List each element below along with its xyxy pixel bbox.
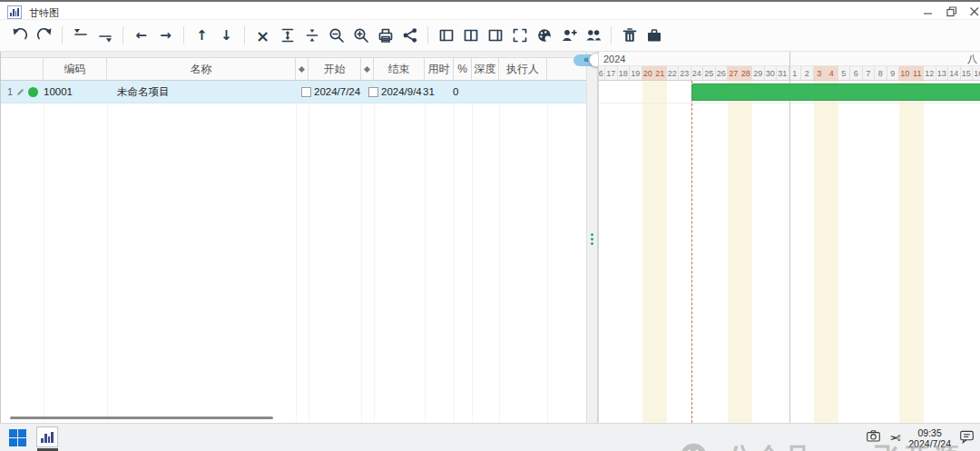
month-separator-header (789, 52, 790, 81)
print-button[interactable] (373, 24, 397, 47)
header-start-marker[interactable] (296, 58, 309, 80)
watermark-text: 公众号 · 一飞开源 (727, 440, 962, 451)
insert-after-button[interactable] (93, 24, 117, 47)
day-cell: 1 (789, 66, 802, 80)
delete-button[interactable]: × (250, 24, 275, 47)
day-cell: 25 (703, 66, 716, 80)
day-cell: 20 (642, 66, 655, 80)
day-cell: 22 (667, 66, 680, 80)
month-label: 八 (967, 53, 977, 66)
briefcase-icon (645, 26, 663, 44)
share-button[interactable] (397, 24, 422, 47)
header-depth[interactable]: 深度 (472, 58, 499, 80)
cell-executor[interactable] (494, 81, 542, 103)
minimize-button[interactable] (918, 5, 938, 19)
cell-depth[interactable] (466, 81, 494, 103)
end-checkbox[interactable] (368, 87, 378, 97)
wechat-icon (680, 441, 718, 451)
palette-icon (535, 26, 554, 44)
header-end-marker[interactable] (361, 58, 374, 80)
zoom-out-button[interactable] (324, 24, 348, 47)
day-cell: 30 (765, 66, 778, 80)
day-cell: 3 (814, 66, 827, 80)
move-up-button[interactable]: ↑ (190, 24, 214, 47)
insert-before-icon (72, 26, 90, 44)
horizontal-scrollbar-thumb[interactable] (10, 417, 273, 419)
theme-button[interactable] (532, 24, 556, 47)
status-dot-icon (28, 87, 38, 97)
toolbox-button[interactable] (642, 24, 666, 47)
collapse-all-button[interactable] (299, 24, 324, 47)
day-cell: 8 (875, 66, 887, 80)
redo-icon (35, 26, 54, 44)
undo-button[interactable] (7, 24, 32, 47)
month-separator-line (789, 81, 790, 423)
day-cell: 12 (924, 66, 936, 80)
gantt-bar[interactable] (691, 83, 980, 101)
restore-button[interactable] (942, 5, 962, 19)
gantt-chart: 2024 八 161718192021222324252627282930311… (598, 52, 980, 423)
collapse-rows-icon (303, 26, 321, 44)
edit-pencil-icon[interactable] (16, 88, 24, 96)
zoom-in-button[interactable] (348, 24, 373, 47)
cell-start[interactable]: 2024/7/24 (301, 81, 354, 103)
day-cell: 21 (654, 66, 667, 80)
day-cell: 24 (691, 66, 704, 80)
task-row[interactable]: 1 10001 未命名项目 2024/7/24 2024/9/4 31 0 (1, 81, 586, 103)
day-cell: 16 (598, 66, 605, 80)
trash-button[interactable] (617, 24, 642, 47)
panel-right-icon (486, 26, 505, 44)
cell-duration[interactable]: 31 (419, 81, 448, 103)
header-executor[interactable]: 执行人 (499, 58, 547, 80)
splitter-grip-icon[interactable] (591, 233, 593, 245)
share-icon (401, 26, 419, 44)
day-cell: 9 (887, 66, 900, 80)
day-cell: 29 (752, 66, 765, 80)
day-cell: 2 (801, 66, 814, 80)
day-cell: 10 (899, 66, 912, 80)
grid-header-row: 编码 名称 开始 结束 用时 % 深度 执行人 (1, 57, 586, 81)
panel-left-view-button[interactable] (434, 24, 458, 47)
insert-before-button[interactable] (68, 24, 93, 47)
day-cell: 28 (740, 66, 753, 80)
day-cell: 18 (618, 66, 631, 80)
day-cell: 16 (973, 66, 980, 80)
cell-percent[interactable]: 0 (448, 81, 466, 103)
main-area: 编码 名称 开始 结束 用时 % 深度 执行人 1 10001 未命名项目 20… (0, 52, 980, 423)
fullscreen-button[interactable] (507, 24, 532, 47)
windows-start-button[interactable] (9, 429, 26, 446)
cell-name[interactable]: 未命名项目 (107, 81, 296, 103)
users-button[interactable] (581, 24, 605, 47)
day-cell: 13 (936, 66, 949, 80)
header-start[interactable]: 开始 (309, 58, 361, 80)
panel-left-icon (437, 26, 456, 44)
header-name[interactable]: 名称 (107, 58, 296, 80)
start-checkbox[interactable] (301, 87, 311, 97)
header-end[interactable]: 结束 (374, 58, 425, 80)
milestone-marker-icon (364, 65, 370, 72)
redo-button[interactable] (32, 24, 56, 47)
header-code[interactable]: 编码 (44, 58, 107, 80)
header-percent[interactable]: % (454, 58, 472, 80)
move-left-button[interactable]: ← (129, 24, 153, 47)
day-cell: 11 (912, 66, 925, 80)
panel-both-view-button[interactable] (458, 24, 483, 47)
taskbar-app-icon[interactable] (36, 426, 58, 447)
cell-code[interactable]: 10001 (44, 81, 107, 103)
move-right-button[interactable]: → (153, 24, 178, 47)
watermark: 公众号 · 一飞开源 (680, 440, 962, 451)
panel-right-view-button[interactable] (483, 24, 507, 47)
panel-split-icon (462, 26, 480, 44)
print-icon (377, 26, 395, 44)
header-duration[interactable]: 用时 (425, 58, 454, 80)
task-grid: 编码 名称 开始 结束 用时 % 深度 执行人 1 10001 未命名项目 20… (1, 52, 586, 423)
move-down-button[interactable]: ↓ (214, 24, 239, 47)
day-cell: 15 (961, 66, 974, 80)
toolbar: ← → ↑ ↓ × (0, 20, 980, 52)
expand-all-button[interactable] (275, 24, 299, 47)
close-button[interactable] (965, 5, 980, 19)
add-user-button[interactable] (556, 24, 581, 47)
add-user-icon (560, 26, 578, 44)
day-cell: 19 (630, 66, 642, 80)
cell-end[interactable]: 2024/9/4 (368, 81, 419, 103)
